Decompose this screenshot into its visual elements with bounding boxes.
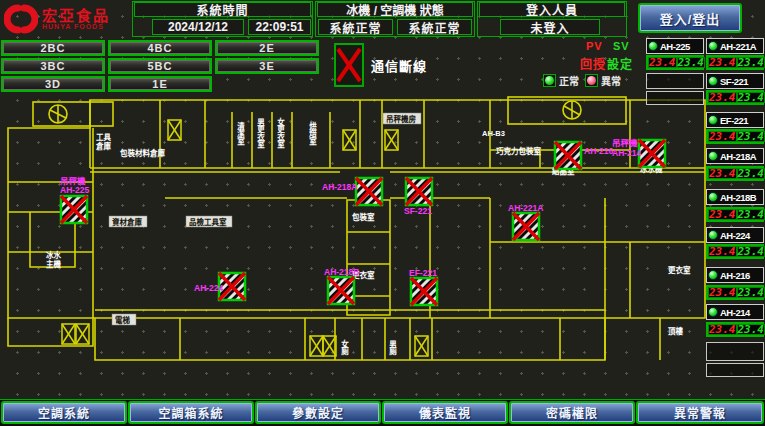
brand-name: 宏亞食品 [42,8,110,23]
monitor-ah-224[interactable]: AH-224 [706,227,764,243]
room-label: 頂樓 [668,326,683,336]
sv-value: 23.4 [737,57,765,68]
floor-button-2bc[interactable]: 2BC [1,40,105,56]
comm-loss-legend-icon [334,43,364,87]
floor-button-5bc[interactable]: 5BC [108,58,212,74]
status-led-icon [708,270,718,280]
floor-button-4bc[interactable]: 4BC [108,40,212,56]
stair-tower-left [33,102,113,126]
chiller-status-value: 系統正常 [318,19,393,35]
comm-loss-icon[interactable] [513,213,539,240]
monitor-slot-empty [706,363,764,377]
comm-loss-icon[interactable] [61,196,87,223]
abnormal-legend-label: 異常 [601,73,621,88]
equipment-label: AH-225 [60,185,90,195]
nav-alarm-button[interactable]: 異常警報 [636,401,764,424]
room-label: 男廁 [388,340,397,357]
monitor-ah-218a[interactable]: AH-218A [706,148,764,164]
brand-subtitle: HUNYA FOODS [42,23,110,30]
stair-x-icon [343,130,356,150]
room-label: 吊秤機房 [386,114,416,124]
monitor-name: AH-218B [720,192,756,203]
system-date-value: 2024/12/12 [152,19,244,35]
monitor-ah-221a-values: 23.4 23.4 [706,55,764,70]
status-led-icon [648,41,658,51]
comm-loss-icon[interactable] [406,178,432,205]
floor-button-2e[interactable]: 2E [215,40,319,56]
equipment-label: AH-218A [322,182,357,192]
comm-loss-icon[interactable] [555,142,581,169]
bottom-wing-outline [95,318,605,360]
status-led-icon [708,307,718,317]
room-label: 資材倉庫 [112,217,142,227]
room-label: 更衣室 [668,265,691,275]
pv-value: 23.4 [708,287,737,298]
room-label: 品檢工具室 [189,217,227,227]
nav-param-config-button[interactable]: 參數設定 [255,401,381,424]
nav-hvac-system-button[interactable]: 空調系統 [1,401,127,424]
comm-loss-icon[interactable] [328,277,354,304]
pv-value: 23.4 [708,57,737,68]
monitor-ah-224-values: 23.4 23.4 [706,244,764,259]
room-label: 倉庫 [95,141,111,151]
pv-value: 23.4 [708,168,737,179]
login-user-value: 未登入 [500,19,600,35]
room-label: 女更衣室 [276,117,285,150]
sv-value: 23.4 [737,131,765,142]
sv-value: 23.4 [677,57,706,68]
floor-plan-map: 資材倉庫 品檢工具室 電梯 吊秤機房 工具 倉庫 包裝材料倉庫 清潔室 男更衣室… [0,92,710,398]
monitor-ah-225[interactable]: AH-225 [646,38,704,54]
monitor-name: AH-225 [660,41,690,52]
abnormal-led-icon [585,74,598,87]
nav-ahu-system-button[interactable]: 空調箱系統 [128,401,254,424]
monitor-ah-214[interactable]: AH-214 [706,304,764,320]
pv-value: 23.4 [708,324,737,335]
comm-loss-icon[interactable] [639,140,665,167]
stair-x-icon [62,324,75,344]
monitor-ah-216[interactable]: AH-216 [706,267,764,283]
monitor-slot-empty [706,342,764,361]
monitor-ah-218b-values: 23.4 23.4 [706,207,764,222]
room-label: 女廁 [340,339,349,357]
monitor-ah-218b[interactable]: AH-218B [706,189,764,205]
stair-x-icon [76,324,89,344]
abnormal-legend: 異常 [585,73,621,88]
sv-value: 23.4 [737,324,765,335]
status-led-icon [708,151,718,161]
hunya-logo-icon [4,4,38,34]
equipment-label: AH-214 [612,148,642,158]
sv-value: 23.4 [737,92,765,103]
monitor-ah-221a[interactable]: AH-221A [706,38,764,54]
monitor-ah-218a-values: 23.4 23.4 [706,166,764,181]
monitor-slot-empty [646,91,704,105]
monitor-sf-221[interactable]: SF-221 [706,73,764,89]
nav-meter-monitor-button[interactable]: 儀表監視 [382,401,508,424]
login-user-label: 登入人員 [479,2,625,17]
room-label: 冰水 [46,250,61,260]
monitor-ef-221[interactable]: EF-221 [706,112,764,128]
status-led-icon [708,230,718,240]
equipment-label: EF-221 [409,268,437,278]
sv-value: 23.4 [737,287,765,298]
pv-name-label: 回授 [580,55,606,72]
nav-password-auth-button[interactable]: 密碼權限 [509,401,635,424]
floor-button-3e[interactable]: 3E [215,58,319,74]
comm-loss-icon[interactable] [356,178,382,205]
monitor-name: AH-218A [720,151,756,162]
monitor-ah-214-values: 23.4 23.4 [706,322,764,337]
system-clock-value: 22:09:51 [248,19,311,35]
comm-loss-icon[interactable] [411,278,437,305]
equipment-label: 吊秤機 [612,138,638,148]
login-logout-button[interactable]: 登入/登出 [638,3,742,33]
room-label: 烘焙室 [308,121,317,146]
floor-button-3bc[interactable]: 3BC [1,58,105,74]
stair-x-icon [168,120,181,140]
monitor-name: SF-221 [720,76,748,87]
status-led-icon [708,192,718,202]
floor-button-1e[interactable]: 1E [108,76,212,92]
hmi-screen: { "header": { "brand": { "name": "宏亞食品",… [0,0,765,426]
status-led-icon [708,76,718,86]
floor-button-3d[interactable]: 3D [1,76,105,92]
pv-value: 23.4 [648,57,677,68]
system-time-label: 系統時間 [134,2,311,17]
